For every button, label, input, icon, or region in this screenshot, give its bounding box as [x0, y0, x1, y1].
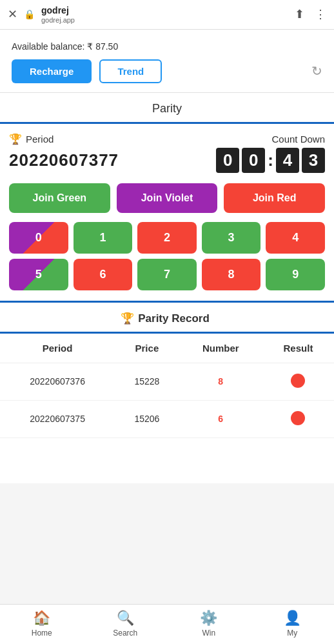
more-icon[interactable]: ⋮	[315, 7, 326, 21]
join-violet-button[interactable]: Join Violet	[117, 183, 218, 213]
bottom-nav: 🏠Home🔍Search⚙️Win👤My	[0, 604, 334, 644]
number-cell-8[interactable]: 8	[202, 259, 261, 290]
close-icon[interactable]: ✕	[8, 7, 17, 21]
nav-item-win[interactable]: ⚙️Win	[167, 610, 251, 638]
parity-record-title: Parity Record	[138, 312, 210, 325]
table-header-price: Price	[115, 334, 179, 363]
number-cell-9[interactable]: 9	[266, 259, 325, 290]
number-cell-6[interactable]: 6	[74, 259, 133, 290]
parity-record-trophy-icon: 🏆	[121, 312, 134, 325]
nav-label-my: My	[287, 629, 297, 638]
parity-record-header: 🏆Parity Record	[0, 303, 334, 334]
refresh-icon[interactable]: ↻	[311, 63, 322, 79]
lock-icon: 🔒	[24, 9, 35, 19]
browser-title: godrej	[41, 5, 288, 16]
nav-item-my[interactable]: 👤My	[251, 610, 335, 638]
nav-item-search[interactable]: 🔍Search	[84, 610, 168, 638]
countdown-digit-1: 0	[216, 148, 239, 173]
result-dot	[291, 411, 305, 425]
number-cell-5[interactable]: 5	[9, 259, 68, 290]
nav-label-home: Home	[32, 629, 52, 638]
table-cell-period: 20220607376	[0, 363, 115, 400]
number-cell-4[interactable]: 4	[266, 222, 325, 254]
recharge-button[interactable]: Recharge	[12, 59, 92, 83]
number-cell-0[interactable]: 0	[9, 222, 68, 254]
browser-bar: ✕ 🔒 godrej godrej.app ⬆ ⋮	[0, 0, 334, 30]
browser-url: godrej.app	[41, 16, 288, 24]
result-dot	[291, 374, 305, 388]
nav-icon-my: 👤	[284, 610, 301, 627]
parity-header: Parity	[0, 92, 334, 124]
nav-label-win: Win	[202, 629, 215, 638]
number-cell-2[interactable]: 2	[137, 222, 197, 254]
game-section: 🏆 Period Count Down 20220607377 0 0 : 4 …	[0, 124, 334, 303]
balance-section: Available balance: ₹ 87.50 Recharge Tren…	[0, 30, 334, 92]
browser-actions: ⬆ ⋮	[295, 7, 326, 21]
table-cell-result	[262, 400, 334, 438]
table-cell-period: 20220607375	[0, 400, 115, 438]
main-content: Available balance: ₹ 87.50 Recharge Tren…	[0, 30, 334, 483]
trend-button[interactable]: Trend	[99, 59, 162, 83]
nav-icon-home: 🏠	[33, 610, 50, 627]
join-red-button[interactable]: Join Red	[224, 183, 325, 213]
balance-actions: Recharge Trend ↻	[12, 59, 322, 83]
table-cell-price: 15206	[115, 400, 179, 438]
period-label: 🏆 Period	[9, 133, 54, 145]
number-cell-3[interactable]: 3	[202, 222, 261, 254]
nav-label-search: Search	[113, 629, 137, 638]
countdown-colon: :	[268, 150, 273, 170]
countdown-display: 0 0 : 4 3	[216, 148, 325, 173]
countdown-digit-2: 0	[242, 148, 265, 173]
period-label-text: Period	[26, 134, 54, 145]
number-cell-1[interactable]: 1	[74, 222, 133, 254]
table-header-period: Period	[0, 334, 115, 363]
period-row: 🏆 Period Count Down	[9, 133, 325, 145]
countdown-digit-4: 3	[302, 148, 325, 173]
table-body: 2022060737615228820220607375152066	[0, 363, 334, 438]
number-grid: 0123456789	[9, 222, 325, 290]
period-number: 20220607377	[9, 150, 119, 170]
table-header-number: Number	[179, 334, 262, 363]
period-number-row: 20220607377 0 0 : 4 3	[9, 148, 325, 173]
record-table: PeriodPriceNumberResult 2022060737615228…	[0, 334, 334, 438]
table-cell-number: 8	[179, 363, 262, 400]
browser-title-group: godrej godrej.app	[41, 5, 288, 24]
table-cell-price: 15228	[115, 363, 179, 400]
trophy-icon: 🏆	[9, 133, 22, 145]
table-cell-number: 6	[179, 400, 262, 438]
table-header-result: Result	[262, 334, 334, 363]
table-row: 20220607375152066	[0, 400, 334, 438]
nav-icon-search: 🔍	[117, 610, 134, 627]
countdown-label: Count Down	[271, 134, 325, 145]
table-row: 20220607376152288	[0, 363, 334, 400]
join-green-button[interactable]: Join Green	[9, 183, 110, 213]
countdown-digit-3: 4	[276, 148, 299, 173]
table-cell-result	[262, 363, 334, 400]
nav-item-home[interactable]: 🏠Home	[0, 610, 84, 638]
join-buttons: Join Green Join Violet Join Red	[9, 183, 325, 213]
table-header-row: PeriodPriceNumberResult	[0, 334, 334, 363]
number-cell-7[interactable]: 7	[137, 259, 197, 290]
share-icon[interactable]: ⬆	[295, 7, 304, 21]
balance-text: Available balance: ₹ 87.50	[12, 41, 322, 52]
nav-icon-win: ⚙️	[200, 610, 217, 627]
